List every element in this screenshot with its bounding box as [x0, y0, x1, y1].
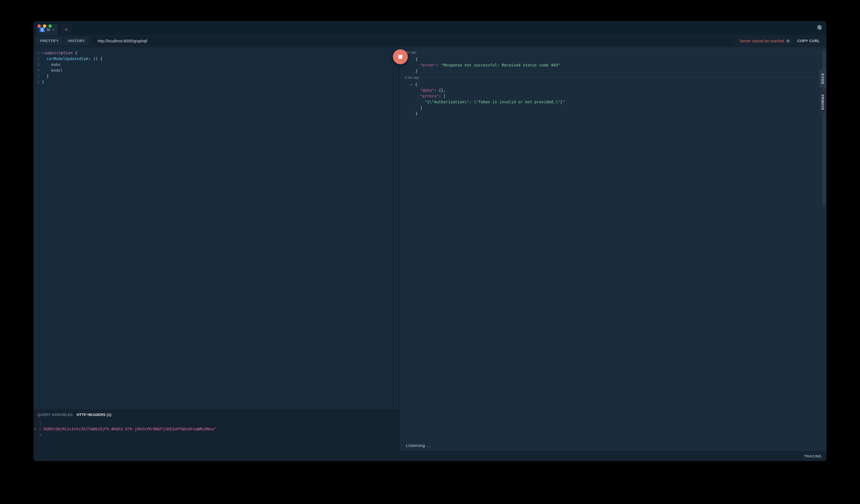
- server-status-text: Server cannot be reached: [740, 39, 784, 43]
- error-marker-icon: •: [34, 427, 36, 431]
- tab-http-headers[interactable]: HTTP HEADERS (1): [77, 413, 111, 417]
- result-separator: sec ago: [405, 50, 821, 55]
- response-viewer[interactable]: sec ago{ "error": "Response not successf…: [400, 47, 827, 451]
- titlebar: Q hi × +: [33, 21, 827, 35]
- response-json: { "error": "Response not successful: Rec…: [405, 57, 821, 74]
- result-separator: 0 sec ago: [405, 75, 821, 80]
- docs-tab[interactable]: DOCS: [819, 69, 827, 88]
- side-tabs: DOCS SCHEMA: [819, 69, 827, 116]
- toolbar: PRETTIFY HISTORY http://localhost:8000/g…: [33, 35, 827, 47]
- left-pane: 1 2 3 4 5 6 ▾subscription { carModelUpda…: [33, 47, 400, 451]
- right-pane: sec ago{ "error": "Response not successf…: [400, 47, 827, 451]
- graphql-q-icon: Q: [40, 27, 45, 32]
- status-dot-icon: [786, 39, 790, 43]
- schema-tab[interactable]: SCHEMA: [819, 90, 827, 114]
- tracing-toggle[interactable]: TRACING: [804, 454, 821, 458]
- window-controls: [38, 24, 52, 28]
- maximize-window-icon[interactable]: [48, 24, 52, 28]
- server-status: Server cannot be reached: [735, 39, 793, 43]
- new-tab-button[interactable]: +: [61, 24, 71, 35]
- footer: TRACING: [33, 451, 827, 461]
- vars-tabs: QUERY VARIABLES HTTP HEADERS (1): [33, 410, 400, 418]
- history-button[interactable]: HISTORY: [64, 36, 89, 45]
- headers-gutter: 1 2 3: [38, 419, 43, 451]
- tab-title: hi: [47, 27, 50, 32]
- listening-status: Listening …: [406, 443, 431, 448]
- headers-code[interactable]: OGRhY2NjMiIsInVzZXJfaWQiOjF9.8KQh2-67h-j…: [43, 419, 216, 451]
- editor-gutter: 1 2 3 4 5 6: [33, 49, 41, 410]
- editor-code[interactable]: ▾subscription { carModelUpdated(pk: 1) {…: [41, 49, 102, 410]
- gear-icon: [816, 24, 822, 30]
- tab-query-variables[interactable]: QUERY VARIABLES: [38, 413, 73, 417]
- main-split: 1 2 3 4 5 6 ▾subscription { carModelUpda…: [33, 47, 827, 451]
- variables-pane: QUERY VARIABLES HTTP HEADERS (1) • 1 2 3: [33, 410, 400, 451]
- fold-caret-icon[interactable]: ▾: [42, 50, 45, 56]
- response-json: ▾ { "data": {}, "errors": [ "{\"Authoriz…: [405, 82, 821, 117]
- prettify-button[interactable]: PRETTIFY: [36, 36, 62, 45]
- app-window: Q hi × + PRETTIFY HISTORY http://localho…: [33, 21, 827, 461]
- headers-editor[interactable]: • 1 2 3 OGRhY2NjMiIsInVzZXJfaWQiOjF9.8KQ…: [33, 418, 400, 451]
- settings-button[interactable]: [816, 24, 822, 32]
- close-window-icon[interactable]: [38, 24, 41, 28]
- stop-icon: [398, 55, 402, 59]
- minimize-window-icon[interactable]: [43, 24, 46, 28]
- copy-curl-button[interactable]: COPY CURL: [793, 36, 824, 45]
- query-editor[interactable]: 1 2 3 4 5 6 ▾subscription { carModelUpda…: [33, 47, 400, 410]
- close-tab-icon[interactable]: ×: [52, 27, 54, 32]
- endpoint-url-input[interactable]: http://localhost:8000/graphql/: [92, 36, 733, 45]
- result-timestamp: 0 sec ago: [405, 75, 419, 80]
